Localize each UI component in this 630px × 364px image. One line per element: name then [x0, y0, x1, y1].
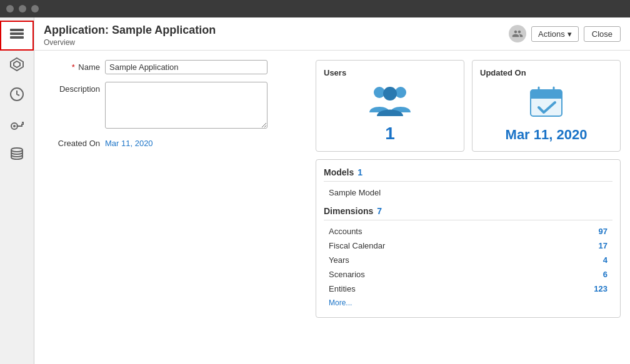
users-card: Users	[316, 60, 464, 152]
updated-card-title: Updated On	[480, 68, 612, 77]
dimension-name: Years	[329, 255, 349, 265]
description-textarea[interactable]	[105, 82, 268, 129]
top-cards: Users	[316, 60, 621, 152]
top-bar	[0, 0, 630, 17]
svg-rect-2	[10, 36, 24, 39]
models-count: 1	[358, 167, 362, 177]
time-icon	[9, 87, 24, 105]
sidebar-item-access[interactable]	[0, 111, 34, 140]
overview-icon	[9, 28, 24, 44]
database-icon	[9, 147, 24, 165]
model-list-item: Sample Model	[324, 185, 612, 200]
body-section: * Name Description Created On Mar 11, 20…	[34, 51, 630, 364]
top-bar-dot-3	[31, 5, 39, 12]
dimension-count: 97	[599, 227, 608, 236]
models-header: Models 1	[324, 167, 612, 182]
calendar-icon	[480, 82, 612, 122]
name-label: * Name	[44, 60, 100, 72]
access-icon	[9, 117, 24, 135]
sidebar	[0, 17, 34, 364]
users-card-title: Users	[324, 68, 456, 77]
created-on-row: Created On Mar 11, 2020	[44, 136, 306, 148]
created-on-value: Mar 11, 2020	[105, 136, 153, 148]
close-button[interactable]: Close	[584, 26, 621, 42]
header-actions: Actions ▾ Close	[509, 25, 621, 42]
description-row: Description	[44, 82, 306, 129]
svg-rect-14	[531, 95, 562, 99]
page-header: Application: Sample Application Overview…	[34, 17, 630, 51]
chevron-down-icon: ▾	[568, 29, 572, 39]
sidebar-item-database[interactable]	[0, 140, 34, 170]
svg-marker-3	[11, 58, 23, 71]
models-list: Sample Model	[324, 185, 612, 200]
users-count: 1	[324, 124, 456, 144]
dimension-list-item: Accounts97	[324, 224, 612, 239]
page-title: Application: Sample Application	[44, 24, 216, 37]
dimension-count: 17	[599, 241, 608, 250]
users-icon	[324, 82, 456, 119]
svg-rect-1	[10, 32, 24, 35]
page-title-section: Application: Sample Application Overview	[44, 24, 216, 47]
created-on-label: Created On	[44, 136, 100, 148]
svg-rect-0	[10, 29, 24, 31]
more-link[interactable]: More...	[324, 296, 357, 310]
dimension-list-item: Scenarios6	[324, 267, 612, 282]
dimensions-list: Accounts97Fiscal Calendar17Years4Scenari…	[324, 224, 612, 296]
dimensions-header: Dimensions 7	[324, 206, 612, 220]
sidebar-item-time[interactable]	[0, 81, 34, 111]
dimension-name: Entities	[329, 284, 356, 293]
models-label: Models	[324, 167, 354, 177]
svg-point-7	[13, 125, 16, 127]
dimension-list-item: Entities123	[324, 282, 612, 296]
sidebar-item-overview[interactable]	[0, 21, 34, 51]
top-bar-dot-1	[6, 5, 14, 12]
dimension-count: 123	[594, 284, 608, 293]
description-label: Description	[44, 82, 100, 94]
form-section: * Name Description Created On Mar 11, 20…	[44, 60, 306, 355]
dimension-count: 6	[603, 270, 608, 279]
dimension-count: 4	[603, 255, 608, 265]
dimensions-count: 7	[377, 206, 382, 216]
dimension-name: Scenarios	[329, 270, 365, 279]
required-star: *	[72, 62, 75, 72]
user-avatar	[509, 25, 526, 42]
top-bar-dot-2	[19, 5, 26, 12]
dimensions-label: Dimensions	[324, 206, 373, 216]
actions-button[interactable]: Actions ▾	[531, 26, 579, 42]
dimension-name: Accounts	[329, 227, 362, 236]
page-subtitle: Overview	[44, 38, 216, 47]
name-input[interactable]	[105, 60, 268, 74]
name-row: * Name	[44, 60, 306, 74]
detail-card: Models 1 Sample Model Dimensions 7 Accou…	[316, 159, 621, 318]
svg-point-8	[11, 148, 22, 152]
updated-card: Updated On Mar 11, 2020	[472, 60, 621, 152]
dimension-list-item: Fiscal Calendar17	[324, 239, 612, 253]
updated-date: Mar 11, 2020	[480, 127, 612, 143]
models-icon	[9, 57, 24, 75]
sidebar-item-models[interactable]	[0, 51, 34, 81]
main-container: Application: Sample Application Overview…	[0, 17, 630, 364]
dimension-list-item: Years4	[324, 253, 612, 267]
content-area: Application: Sample Application Overview…	[34, 17, 630, 364]
svg-marker-4	[14, 61, 20, 67]
dimension-name: Fiscal Calendar	[329, 241, 385, 250]
right-panels: Users	[316, 60, 621, 355]
svg-point-11	[383, 87, 397, 101]
